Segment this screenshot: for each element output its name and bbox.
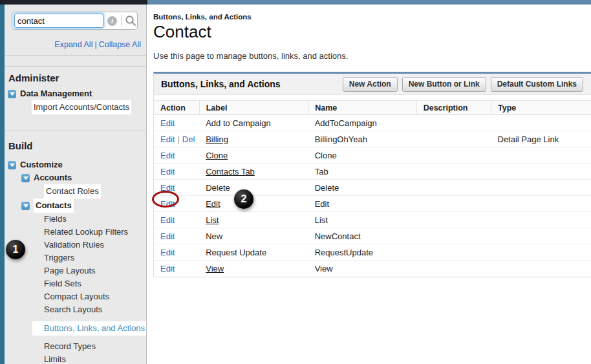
chevron-down-icon[interactable]	[21, 174, 30, 182]
sidebar-item-label: Accounts	[34, 171, 72, 184]
table-row: EditContacts TabTab	[154, 164, 591, 180]
left-edge-strip	[0, 5, 5, 364]
label-link[interactable]: Billing	[206, 134, 228, 144]
sidebar-item-fields[interactable]: Fields	[5, 213, 146, 226]
sidebar-item-related-lookup-filters[interactable]: Related Lookup Filters	[5, 226, 146, 239]
edit-link[interactable]: Edit	[160, 231, 175, 241]
main-content: Buttons, Links, and Actions Contact Use …	[147, 5, 591, 364]
sidebar-item-label: Validation Rules	[44, 239, 104, 252]
annotation-step-badge-2: 2	[234, 189, 253, 209]
description-cell	[416, 131, 491, 147]
magnifier-icon[interactable]	[125, 15, 136, 27]
type-cell	[491, 115, 591, 131]
sidebar-item-contacts[interactable]: Contacts	[5, 198, 146, 213]
description-cell	[416, 212, 491, 228]
column-header-description: Description	[416, 101, 491, 115]
table-row: EditEditEdit	[154, 196, 591, 212]
buttons-links-table: ActionLabelNameDescriptionType EditAdd t…	[154, 100, 591, 277]
action-cell: Edit	[154, 147, 199, 164]
edit-link[interactable]: Edit	[160, 215, 175, 225]
action-cell: Edit	[154, 244, 199, 261]
sidebar-item-triggers[interactable]: Triggers	[5, 252, 146, 264]
annotation-red-circle	[152, 191, 179, 208]
new-button-or-link-button[interactable]: New Button or Link	[402, 77, 486, 92]
sidebar-item-label: Buttons, Links, and Actions	[44, 321, 145, 336]
sidebar-item-label: Limits	[44, 353, 66, 364]
label-cell: Clone	[199, 147, 308, 164]
type-cell	[491, 147, 591, 164]
sidebar-item-record-types[interactable]: Record Types	[5, 340, 146, 353]
column-header-action: Action	[154, 101, 199, 115]
type-cell	[491, 261, 591, 277]
new-action-button[interactable]: New Action	[343, 77, 398, 92]
description-cell	[416, 196, 491, 212]
sidebar-item-label: Related Lookup Filters	[44, 226, 128, 239]
label-cell: List	[199, 212, 308, 228]
sidebar-item-validation-rules[interactable]: Validation Rules	[5, 239, 146, 252]
setup-page: i Expand All|Collapse All AdministerData…	[0, 0, 591, 364]
buttons-links-actions-panel: Buttons, Links, and Actions New ActionNe…	[153, 72, 591, 277]
type-cell	[491, 180, 591, 196]
name-cell: RequestUpdate	[308, 244, 416, 261]
label-text: New	[199, 228, 308, 244]
sidebar-item-label: Record Types	[44, 340, 96, 353]
label-text: Request Update	[199, 244, 308, 261]
sidebar-item-customize[interactable]: Customize	[5, 158, 146, 171]
links-separator: |	[94, 40, 96, 49]
sidebar-item-label: Page Layouts	[44, 264, 96, 277]
chevron-down-icon[interactable]	[21, 202, 30, 210]
label-link[interactable]: Edit	[206, 199, 220, 209]
name-cell: Clone	[308, 147, 416, 164]
edit-link[interactable]: Edit	[160, 151, 175, 160]
sidebar-item-contact-roles[interactable]: Contact Roles	[5, 184, 146, 198]
sidebar-gap-strip	[5, 56, 146, 67]
sidebar-item-label: Triggers	[44, 252, 74, 264]
chevron-down-icon[interactable]	[8, 90, 16, 98]
sidebar-item-label: Data Management	[20, 87, 92, 100]
search-input[interactable]	[14, 14, 103, 28]
name-cell: List	[308, 212, 416, 228]
panel-title: Buttons, Links, and Actions	[154, 79, 343, 89]
label-link[interactable]: Contacts Tab	[206, 167, 255, 177]
chevron-down-icon[interactable]	[8, 161, 16, 169]
description-cell	[416, 115, 491, 131]
sidebar-item-label: Customize	[20, 158, 63, 171]
action-cell: Edit	[154, 212, 199, 228]
collapse-all-link[interactable]: Collapse All	[99, 40, 141, 49]
table-header-row: ActionLabelNameDescriptionType	[154, 101, 591, 115]
sidebar-item-compact-layouts[interactable]: Compact Layouts	[5, 290, 146, 303]
sidebar-item-limits[interactable]: Limits	[5, 353, 146, 364]
setup-sidebar: i Expand All|Collapse All AdministerData…	[5, 5, 147, 364]
sidebar-item-accounts[interactable]: Accounts	[5, 171, 146, 184]
edit-link[interactable]: Edit	[160, 134, 175, 144]
column-header-label: Label	[199, 101, 308, 115]
info-icon[interactable]: i	[107, 16, 117, 26]
sidebar-item-page-layouts[interactable]: Page Layouts	[5, 264, 146, 277]
sidebar-heading-administer: Administer	[5, 71, 146, 85]
sidebar-item-field-sets[interactable]: Field Sets	[5, 277, 146, 290]
sidebar-search-block: i Expand All|Collapse All	[5, 5, 146, 56]
edit-link[interactable]: Edit	[160, 264, 175, 273]
table-row: Edit|DelBillingBillingOhYeahDetail Page …	[154, 131, 591, 147]
label-link[interactable]: Clone	[206, 151, 228, 160]
sidebar-item-buttons-links-and-actions[interactable]: Buttons, Links, and Actions	[32, 321, 146, 336]
sidebar-item-label: Import Accounts/Contacts	[32, 100, 131, 114]
description-cell	[416, 261, 491, 277]
expand-all-link[interactable]: Expand All	[54, 40, 92, 49]
edit-link[interactable]: Edit	[160, 118, 175, 128]
sidebar-item-import-accounts-contacts[interactable]: Import Accounts/Contacts	[5, 100, 146, 114]
search-divider	[121, 15, 122, 27]
description-cell	[416, 180, 491, 196]
breadcrumb: Buttons, Links, and Actions	[153, 13, 591, 21]
default-custom-links-button[interactable]: Default Custom Links	[491, 77, 583, 92]
edit-link[interactable]: Edit	[160, 248, 175, 257]
label-cell: Edit	[199, 196, 308, 212]
edit-link[interactable]: Edit	[160, 167, 175, 177]
label-link[interactable]: List	[206, 215, 219, 225]
sidebar-item-data-management[interactable]: Data Management	[5, 87, 146, 100]
sidebar-item-search-layouts[interactable]: Search Layouts	[5, 303, 146, 316]
name-cell: View	[308, 261, 416, 277]
del-link[interactable]: Del	[182, 134, 195, 144]
label-link[interactable]: View	[206, 264, 224, 273]
sidebar-item-label: Field Sets	[44, 277, 81, 290]
